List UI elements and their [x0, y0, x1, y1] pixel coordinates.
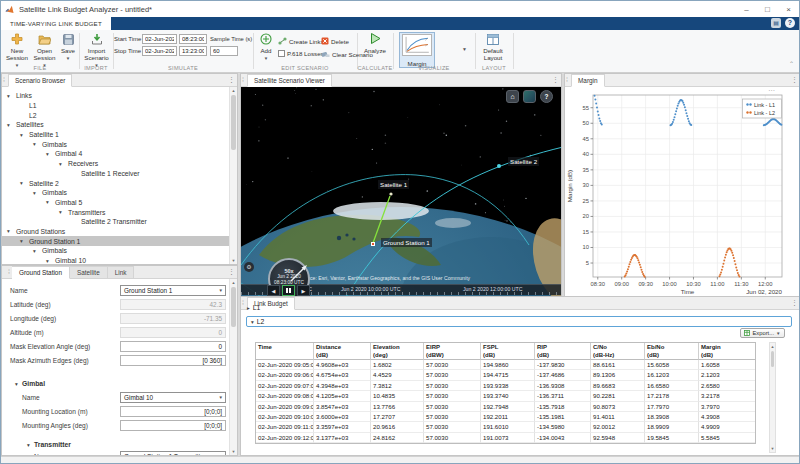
table-row[interactable]: 02-Jun-2020 09:06:004.6754e+034.452957.0… — [256, 370, 755, 380]
delete-button[interactable]: Delete — [321, 37, 349, 45]
panel-overflow-icon[interactable]: ⋮ — [228, 76, 235, 84]
name-dropdown[interactable]: Gimbal 10▼ — [120, 392, 226, 403]
quick-save-icon[interactable]: ▤ — [771, 18, 781, 28]
tree-item-satellite-1-receiver[interactable]: Satellite 1 Receiver — [2, 169, 229, 179]
panel-grip-icon[interactable]: ⁞ — [566, 76, 568, 83]
scroll-up-icon[interactable]: ▲ — [770, 343, 775, 350]
scenario-tree-scrollbar[interactable]: ▲ ▼ — [229, 87, 237, 264]
tree-item-gimbals[interactable]: ▾Gimbals — [2, 139, 229, 149]
collapse-arrow-icon[interactable]: ▾ — [15, 381, 18, 387]
scroll-up-icon[interactable]: ▲ — [230, 279, 237, 286]
margin-tab[interactable]: Margin — [571, 74, 605, 87]
tree-item-gimbals[interactable]: ▾Gimbals — [2, 188, 229, 198]
expand-arrow-icon[interactable]: ▾ — [7, 228, 16, 234]
table-row[interactable]: 02-Jun-2020 09:11:003.3597e+0320.961657.… — [256, 422, 755, 432]
expand-arrow-icon[interactable]: ▾ — [20, 180, 29, 186]
tree-item-transmitters[interactable]: ▾Transmitters — [2, 207, 229, 217]
tree-item-satellite-2[interactable]: ▾Satellite 2 — [2, 178, 229, 188]
link-group-l2[interactable]: ▾L2 — [246, 316, 792, 327]
save-button[interactable]: Save ▼ — [59, 32, 77, 62]
analyze-button[interactable]: Analyze — [360, 32, 390, 54]
panel-overflow-icon[interactable]: ⋮ — [552, 76, 559, 84]
stop-date-input[interactable] — [142, 46, 177, 56]
collapse-ribbon-icon[interactable]: ⌃ — [789, 60, 794, 67]
name-dropdown[interactable]: Ground Station 1▼ — [120, 285, 226, 296]
scroll-down-icon[interactable]: ▼ — [230, 448, 237, 455]
sample-time-input[interactable] — [210, 46, 238, 56]
axes-toolbar-icon[interactable]: ⋯ — [768, 87, 775, 94]
expand-arrow-icon[interactable]: ▾ — [46, 199, 55, 205]
panel-overflow-icon[interactable]: ⋮ — [791, 76, 798, 84]
pause-button[interactable] — [282, 285, 295, 296]
mounting-location-m-input[interactable]: [0;0;0] — [120, 406, 226, 417]
viewer-tab[interactable]: Satellite Scenario Viewer — [247, 74, 332, 87]
visualize-gallery-dropdown[interactable]: ▼ — [462, 46, 467, 52]
basemap-icon[interactable] — [523, 90, 536, 103]
panel-grip-icon[interactable]: ⁞ — [8, 266, 10, 278]
name-dropdown[interactable]: Ground Station 1 Transmitter▼ — [120, 451, 226, 455]
tree-item-gimbal-5[interactable]: ▾Gimbal 5 — [2, 198, 229, 208]
tab-time-varying-link-budget[interactable]: TIME-VARYING LINK BUDGET — [1, 17, 111, 30]
satellite1-label[interactable]: Satellite 1 — [378, 180, 409, 189]
default-layout-button[interactable]: Default Layout — [478, 32, 508, 61]
tree-item-satellite-2-transmitter[interactable]: Satellite 2 Transmitter — [2, 217, 229, 227]
expand-arrow-icon[interactable]: ▾ — [46, 258, 55, 264]
panel-grip-icon[interactable]: ⁞ — [242, 299, 244, 306]
maximize-button[interactable]: □ — [757, 2, 778, 17]
minimize-button[interactable]: – — [736, 2, 757, 17]
panel-grip-icon[interactable]: ⁞ — [3, 76, 5, 83]
table-row[interactable]: 02-Jun-2020 09:10:003.6000e+0317.270757.… — [256, 412, 755, 422]
satellite2-label[interactable]: Satellite 2 — [508, 157, 539, 166]
expand-arrow-icon[interactable]: ▾ — [20, 132, 29, 138]
ground-station-label[interactable]: Ground Station 1 — [381, 238, 432, 247]
scroll-down-icon[interactable]: ▼ — [770, 445, 775, 452]
expand-arrow-icon[interactable]: ▾ — [59, 209, 68, 215]
link-group-l1[interactable]: ▸L1 — [247, 304, 260, 311]
open-session-button[interactable]: Open Session ▼ — [31, 32, 58, 69]
tree-item-ground-station-1[interactable]: ▾Ground Station 1 — [2, 236, 229, 246]
margin-chart[interactable]: 08:3009:0009:3010:0010:3011:0011:3012:00… — [565, 87, 800, 297]
home-view-icon[interactable]: ⌂ — [506, 90, 519, 103]
close-button[interactable]: × — [778, 2, 799, 17]
step-back-button[interactable]: ◀ — [267, 285, 280, 296]
tree-item-links[interactable]: ▾Links — [2, 91, 229, 101]
panel-overflow-icon[interactable]: ⋮ — [791, 299, 798, 307]
margin-plot-button[interactable]: Margin — [399, 32, 435, 68]
new-session-button[interactable]: New Session ▼ — [4, 32, 30, 69]
table-row[interactable]: 02-Jun-2020 09:09:003.8547e+0313.776657.… — [256, 402, 755, 412]
ground-station-marker[interactable] — [371, 242, 375, 246]
export-button[interactable]: Export... ▼ — [740, 328, 785, 338]
tree-item-l2[interactable]: L2 — [2, 110, 229, 120]
collapse-arrow-icon[interactable]: ▾ — [27, 442, 30, 448]
tree-item-l1[interactable]: L1 — [2, 101, 229, 111]
globe-scene[interactable]: ⌂ ? Satellite 1 Satellite 2 Ground Stati… — [241, 87, 561, 296]
table-scrollbar[interactable]: ▲ ▼ — [769, 342, 776, 453]
step-forward-button[interactable]: ▶ — [297, 285, 310, 296]
create-links-button[interactable]: Create Links — [278, 37, 324, 45]
expand-arrow-icon[interactable]: ▾ — [20, 238, 29, 244]
mask-azimuth-edges-deg-input[interactable]: [0 360] — [120, 355, 226, 366]
mounting-angles-deg-input[interactable]: [0;0;0] — [120, 420, 226, 431]
property-scrollbar[interactable]: ▲ ▼ — [229, 279, 237, 455]
tab-link[interactable]: Link — [108, 266, 135, 279]
p618-losses-checkbox[interactable]: P.618 Losses — [278, 50, 324, 57]
help-icon[interactable]: ? — [785, 18, 795, 28]
tree-item-ground-stations[interactable]: ▾Ground Stations — [2, 227, 229, 237]
tree-item-gimbals[interactable]: ▾Gimbals — [2, 246, 229, 256]
expand-arrow-icon[interactable]: ▾ — [33, 190, 42, 196]
scenario-browser-tab[interactable]: Scenario Browser — [8, 74, 72, 87]
scroll-up-icon[interactable]: ▲ — [230, 87, 237, 94]
panel-grip-icon[interactable]: ⁞ — [242, 76, 244, 83]
table-row[interactable]: 02-Jun-2020 09:12:003.1377e+0324.816257.… — [256, 433, 755, 443]
tree-item-gimbal-10[interactable]: ▾Gimbal 10 — [2, 256, 229, 264]
expand-arrow-icon[interactable]: ▾ — [7, 122, 16, 128]
table-row[interactable]: 02-Jun-2020 09:05:004.9608e+031.680257.0… — [256, 360, 755, 370]
expand-arrow-icon[interactable]: ▾ — [33, 248, 42, 254]
tree-item-satellite-1[interactable]: ▾Satellite 1 — [2, 130, 229, 140]
start-date-input[interactable] — [142, 34, 177, 44]
expand-arrow-icon[interactable]: ▾ — [59, 161, 68, 167]
table-row[interactable]: 02-Jun-2020 09:08:004.1205e+0310.483557.… — [256, 391, 755, 401]
mask-elevation-angle-deg-input[interactable]: 0 — [120, 341, 226, 352]
scroll-down-icon[interactable]: ▼ — [230, 257, 237, 264]
add-button[interactable]: Add▼ — [256, 32, 276, 62]
